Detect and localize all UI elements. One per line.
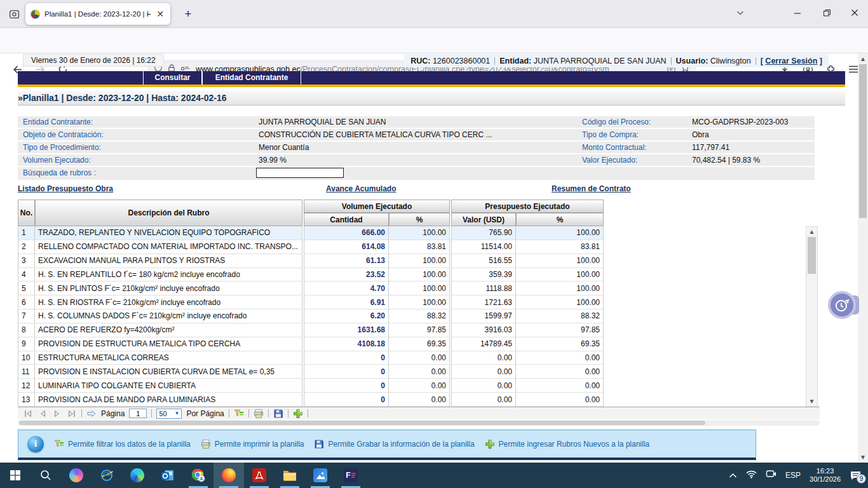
- cell-cantidad[interactable]: 0: [304, 365, 389, 379]
- window-minimize-button[interactable]: [783, 0, 812, 25]
- cell-valor: 359.39: [451, 268, 516, 282]
- cell-descripcion: PROVISION DE ESTRUCTURA METALICA TIPO CE…: [35, 337, 302, 351]
- table-row[interactable]: 6 H. S. EN RIOSTRA F´c= 210kg/cm² incluy…: [18, 295, 604, 309]
- table-row[interactable]: 12 LUMINARIA TIPO COLGANTE EN CUBIERTA 0…: [18, 379, 604, 393]
- cell-cantidad[interactable]: 61.13: [304, 254, 389, 268]
- scroll-up-icon[interactable]: ▲: [806, 228, 817, 235]
- link-listado-presupuesto[interactable]: Listado Presupuesto Obra: [18, 184, 113, 193]
- firefox-view-icon[interactable]: [6, 6, 22, 22]
- cell-cantidad[interactable]: 6.91: [304, 295, 389, 309]
- table-row[interactable]: 8 ACERO DE REFUERZO fy=4200kg/cm² 1631.6…: [18, 323, 604, 337]
- cell-descripcion: PROVISION CAJA DE MANDO PARA LUMINARIAS: [35, 393, 302, 407]
- photos-icon[interactable]: [305, 463, 336, 488]
- cell-descripcion: TRAZADO, REPLANTEO Y NIVELACION EQUIPO T…: [35, 226, 302, 240]
- table-row[interactable]: 5 H. S. EN PLINTOS F´c= 210kg/cm² incluy…: [18, 281, 604, 295]
- time-tracker-extension-badge[interactable]: [828, 291, 856, 319]
- cell-cantidad[interactable]: 1631.68: [304, 323, 389, 337]
- tab-close-icon[interactable]: ✕: [155, 10, 165, 18]
- cell-cantidad[interactable]: 4108.18: [304, 337, 389, 351]
- info-row: Objeto de Contratación: CONSTRUCCIÓN DE …: [18, 129, 815, 140]
- start-button[interactable]: [0, 463, 31, 488]
- scroll-down-icon[interactable]: ▼: [858, 454, 868, 461]
- table-row[interactable]: 2 RELLENO COMPACTADO CON MATERIAL IMPORT…: [18, 240, 604, 254]
- first-page-icon[interactable]: [23, 409, 33, 419]
- col-header-vol-pct[interactable]: %: [389, 213, 450, 226]
- cell-cantidad[interactable]: 23.52: [304, 268, 389, 282]
- language-indicator[interactable]: ESP: [785, 471, 801, 480]
- table-row[interactable]: 13 PROVISION CAJA DE MANDO PARA LUMINARI…: [18, 393, 604, 407]
- wifi-icon[interactable]: [746, 470, 757, 481]
- window-close-button[interactable]: [840, 0, 868, 25]
- notification-center-icon[interactable]: 9: [850, 470, 862, 481]
- logout-link[interactable]: [ Cerrar Sesión ]: [761, 57, 822, 65]
- cell-cantidad[interactable]: 0: [304, 393, 389, 407]
- grid-vertical-scrollbar[interactable]: ▲ ▼: [806, 226, 818, 407]
- legend-item-print: Permite imprimir la planilla: [201, 439, 304, 449]
- info-value: 39.99 %: [256, 154, 577, 166]
- cell-descripcion: EXCAVACION MANUAL PARA PLINTOS Y RIOSTRA…: [35, 254, 302, 268]
- col-header-cantidad[interactable]: Cantidad: [304, 213, 389, 226]
- rubros-search-input[interactable]: [256, 168, 344, 178]
- browser-tab[interactable]: Planilla1 | Desde: 2023-12-20 | Hasta: 2…: [25, 3, 170, 25]
- table-row[interactable]: 9 PROVISION DE ESTRUCTURA METALICA TIPO …: [18, 337, 604, 351]
- new-tab-button[interactable]: +: [180, 7, 196, 22]
- col-header-descripcion[interactable]: Descripción del Rubro: [35, 200, 302, 226]
- menu-item-entidad-contratante[interactable]: Entidad Contratante: [202, 71, 301, 85]
- go-page-icon[interactable]: [86, 409, 97, 419]
- file-explorer-icon[interactable]: [275, 463, 305, 488]
- cell-descripcion: LUMINARIA TIPO COLGANTE EN CUBIERTA: [35, 379, 302, 393]
- save-icon[interactable]: [273, 409, 283, 419]
- col-header-pres-pct[interactable]: %: [516, 213, 604, 226]
- internet-explorer-icon[interactable]: [92, 463, 122, 488]
- tray-chevron-up-icon[interactable]: [729, 470, 737, 481]
- per-page-select[interactable]: 50▼: [156, 409, 182, 419]
- prev-page-icon[interactable]: [37, 409, 48, 419]
- filter-icon[interactable]: [234, 409, 244, 419]
- table-row[interactable]: 7 H. S. COLUMNAS DADOS F´c= 210kg/cm² in…: [18, 309, 604, 323]
- page-scroll-thumb[interactable]: [859, 64, 867, 218]
- add-row-icon[interactable]: [293, 409, 303, 419]
- edge-icon[interactable]: [122, 463, 153, 488]
- grid-scroll-thumb[interactable]: [808, 237, 816, 274]
- next-page-icon[interactable]: [52, 409, 62, 419]
- table-row[interactable]: 3 EXCAVACION MANUAL PARA PLINTOS Y RIOST…: [18, 254, 604, 268]
- cell-cantidad[interactable]: 0: [304, 379, 389, 393]
- meet-now-icon[interactable]: [766, 470, 776, 481]
- cell-pres-pct: 100.00: [516, 281, 604, 295]
- hscroll-thumb[interactable]: [19, 421, 705, 425]
- acrobat-icon[interactable]: [244, 463, 275, 488]
- page-number-input[interactable]: [129, 409, 147, 418]
- col-header-valor[interactable]: Valor (USD): [451, 213, 516, 226]
- table-row[interactable]: 11 PROVISION E INSTALACION CUBIERTA CURV…: [18, 365, 604, 379]
- chrome-icon[interactable]: [183, 463, 214, 488]
- cell-cantidad[interactable]: 6.20: [304, 309, 389, 323]
- scroll-down-icon[interactable]: ▼: [806, 398, 817, 405]
- scroll-up-icon[interactable]: ▲: [858, 55, 868, 62]
- copilot-icon[interactable]: [61, 463, 92, 488]
- cell-vol-pct: 0.00: [389, 379, 450, 393]
- fs-app-icon[interactable]: F: [336, 463, 366, 488]
- table-row[interactable]: 10 ESTRUCTURA METALICA CORREAS 0 0.00 0.…: [18, 351, 604, 365]
- table-row[interactable]: 1 TRAZADO, REPLANTEO Y NIVELACION EQUIPO…: [18, 226, 604, 240]
- window-restore-button[interactable]: [812, 0, 841, 25]
- link-resumen-contrato[interactable]: Resumen de Contrato: [552, 184, 631, 193]
- tab-list-chevron-icon[interactable]: [736, 8, 745, 20]
- col-header-no[interactable]: No.: [18, 200, 35, 226]
- firefox-icon[interactable]: [214, 463, 244, 488]
- page-scrollbar[interactable]: ▲ ▼: [858, 53, 868, 463]
- outlook-icon[interactable]: [153, 463, 183, 488]
- cell-cantidad[interactable]: 666.00: [304, 226, 389, 240]
- last-page-icon[interactable]: [67, 409, 77, 419]
- taskbar-clock[interactable]: 16:23 30/1/2026: [810, 467, 841, 484]
- menu-item-consultar[interactable]: Consultar: [143, 71, 202, 85]
- chevron-down-icon: ▼: [174, 410, 179, 416]
- grid-horizontal-scrollbar[interactable]: [18, 420, 820, 426]
- taskbar-search-icon[interactable]: [31, 463, 61, 488]
- cell-cantidad[interactable]: 0: [304, 351, 389, 365]
- print-icon[interactable]: [254, 409, 264, 419]
- cell-cantidad[interactable]: 614.08: [304, 240, 389, 254]
- cell-vol-pct: 0.00: [389, 351, 450, 365]
- table-row[interactable]: 4 H. S. EN REPLANTILLO f´c= 180 kg/cm2 i…: [18, 268, 604, 282]
- link-avance-acumulado[interactable]: Avance Acumulado: [326, 184, 396, 193]
- cell-cantidad[interactable]: 4.70: [304, 281, 389, 295]
